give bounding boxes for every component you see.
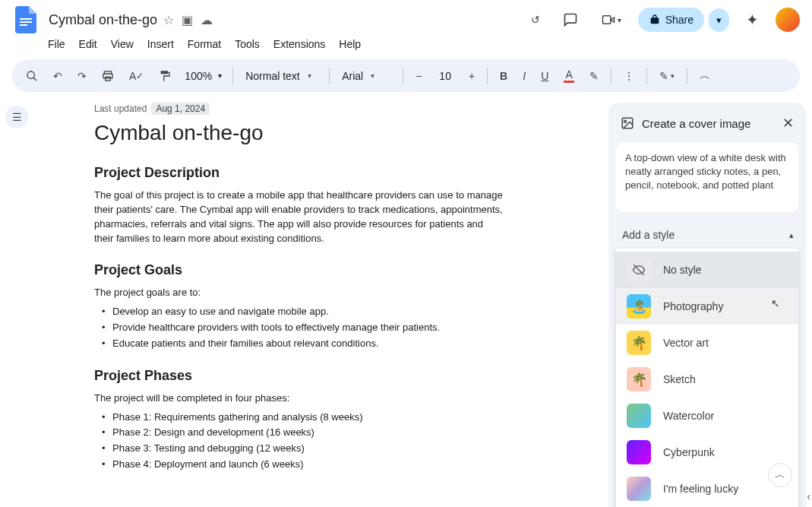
toolbar: ↶ ↷ A✓ 100%▾ Normal text▾ Arial▾ − 10 + … [12,59,800,92]
document-canvas[interactable]: Last updated Aug 1, 2024 Cymbal on-the-g… [33,103,608,507]
watercolor-thumb [627,404,651,428]
list-item: Phase 4: Deployment and launch (6 weeks) [102,458,578,472]
paint-format-icon[interactable] [153,65,177,87]
svg-point-4 [27,71,34,78]
doc-h1: Cymbal on-the-go [94,121,578,145]
menu-insert[interactable]: Insert [142,35,179,53]
redo-icon[interactable]: ↷ [71,65,93,87]
heading-goals: Project Goals [94,262,578,278]
list-item: Develop an easy to use and navigate mobi… [102,305,578,319]
style-option-watercolor[interactable]: Watercolor [616,398,798,434]
svg-line-5 [33,78,36,81]
comments-icon[interactable] [557,8,584,32]
decrease-font-icon[interactable]: − [409,65,428,87]
list-item: Provide healthcare providers with tools … [102,321,578,335]
document-title[interactable]: Cymbal on-the-go [49,12,157,28]
prompt-input[interactable]: A top-down view of a white desk with nea… [616,142,798,212]
sketch-thumb: 🌴 [627,367,651,391]
meet-icon[interactable]: ▾ [595,8,627,31]
highlight-icon[interactable]: ✎ [583,65,605,87]
menu-edit[interactable]: Edit [74,35,103,53]
list-item: Phase 3: Testing and debugging (12 weeks… [102,442,578,456]
scroll-up-button[interactable]: ︿ [768,463,792,487]
paragraph-style-select[interactable]: Normal text▾ [239,67,323,85]
side-panel-toggle-icon[interactable]: ‹ [807,490,810,502]
move-icon[interactable]: ▣ [182,13,193,27]
svg-rect-2 [20,24,27,26]
list-item: Phase 1: Requirements gathering and anal… [102,410,578,425]
zoom-select[interactable]: 100%▾ [180,67,226,85]
bold-icon[interactable]: B [494,65,513,87]
share-button[interactable]: Share [638,8,704,32]
style-option-cyberpunk[interactable]: Cyberpunk [616,434,798,471]
menu-file[interactable]: File [43,35,71,53]
svg-rect-0 [20,18,32,20]
phases-intro: The project will be completed in four ph… [94,391,504,406]
undo-icon[interactable]: ↶ [47,65,68,87]
svg-point-10 [624,120,627,122]
cyberpunk-thumb [627,440,651,464]
cloud-icon[interactable]: ☁ [201,13,213,27]
increase-font-icon[interactable]: + [463,65,481,87]
gemini-icon[interactable]: ✦ [740,6,765,33]
style-option-sketch[interactable]: 🌴 Sketch [616,361,798,398]
panel-title: Create a cover image [642,117,775,130]
search-icon[interactable] [20,65,44,87]
last-updated-date: Aug 1, 2024 [151,103,210,115]
more-icon[interactable]: ⋮ [618,65,640,87]
outline-toggle-icon[interactable]: ☰ [5,106,28,128]
menu-bar: File Edit View Insert Format Tools Exten… [0,35,812,59]
menu-extensions[interactable]: Extensions [268,35,330,53]
style-dropdown[interactable]: Add a style ▴ [616,224,798,246]
close-icon[interactable]: ✕ [782,115,794,132]
cover-image-panel: Create a cover image ✕ A top-down view o… [608,103,806,507]
cursor-icon: ↖ [771,297,780,309]
avatar[interactable] [776,8,800,32]
image-icon [621,116,634,130]
style-option-photography[interactable]: 🏝️ Photography ↖ [616,288,798,325]
style-option-nostyle[interactable]: No style [616,252,798,288]
pen-mode-icon[interactable]: ✎ ▾ [653,65,681,87]
photo-thumb: 🏝️ [627,294,651,318]
menu-tools[interactable]: Tools [229,35,265,53]
underline-icon[interactable]: U [535,65,554,87]
share-dropdown[interactable]: ▾ [709,8,729,32]
list-item: Phase 2: Design and development (16 week… [102,426,578,440]
svg-rect-3 [602,16,611,24]
menu-format[interactable]: Format [182,35,226,53]
text-color-icon[interactable]: A [558,64,580,87]
italic-icon[interactable]: I [517,65,532,87]
style-option-vector[interactable]: 🌴 Vector art [616,325,798,361]
list-item: Educate patients and their families abou… [102,337,578,351]
last-updated-label: Last updated [94,103,147,114]
heading-description: Project Description [94,165,578,181]
lucky-thumb [627,477,651,501]
font-size-input[interactable]: 10 [432,68,458,84]
menu-view[interactable]: View [106,35,139,53]
history-icon[interactable]: ↺ [525,9,546,30]
heading-phases: Project Phases [94,368,578,384]
goals-intro: The project goals are to: [94,286,504,300]
docs-logo[interactable] [12,6,39,33]
font-select[interactable]: Arial▾ [336,67,397,85]
description-text: The goal of this project is to create a … [94,189,504,246]
vector-thumb: 🌴 [627,331,651,355]
spellcheck-icon[interactable]: A✓ [123,65,150,87]
print-icon[interactable] [96,65,120,87]
nostyle-icon [627,258,651,282]
menu-help[interactable]: Help [333,35,366,53]
collapse-toolbar-icon[interactable]: ︿ [694,65,716,87]
star-icon[interactable]: ☆ [163,13,174,27]
svg-rect-1 [20,21,32,23]
